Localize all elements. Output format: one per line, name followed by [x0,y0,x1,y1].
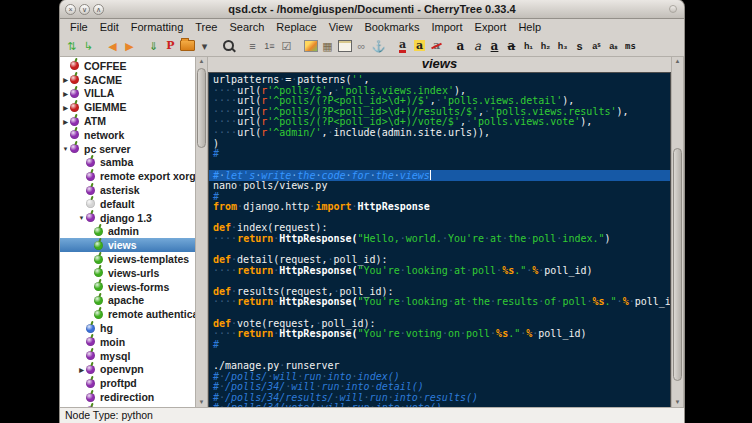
bulleted-list-icon[interactable]: ≡ [244,37,261,55]
menu-file[interactable]: File [64,19,94,35]
tree-node-mysql[interactable]: mysql [60,349,195,363]
find-icon[interactable] [220,37,237,55]
tree-node-redirection[interactable]: redirection [60,390,195,404]
menu-tree[interactable]: Tree [189,19,223,35]
h2-icon[interactable]: h₂ [537,37,554,55]
tree-node-apache[interactable]: apache [60,294,195,308]
scroll-down-icon[interactable]: ▼ [672,398,683,407]
editor-scrollbar[interactable]: ▲ ▼ [671,57,684,407]
menu-bookmarks[interactable]: Bookmarks [358,19,425,35]
new-node-icon[interactable]: ⇅ [63,37,80,55]
tree-node-default[interactable]: default [60,197,195,211]
titlebar[interactable]: ×∨∧ qsd.ctx - /home/giuspen/Documenti - … [60,0,684,19]
open-recent-dropdown-icon[interactable]: ▾ [196,37,213,55]
italic-icon[interactable]: a [469,37,486,55]
menu-help[interactable]: Help [512,19,547,35]
shade-button[interactable]: ∨ [79,4,90,15]
tree-node-pc-server[interactable]: ▼pc server [60,142,195,156]
menu-formatting[interactable]: Formatting [125,19,190,35]
tree-scrollbar-thumb[interactable] [197,68,206,148]
h3-icon[interactable]: h₃ [554,37,571,55]
close-button[interactable]: × [65,4,76,15]
menu-search[interactable]: Search [224,19,271,35]
tree-node-moin[interactable]: moin [60,335,195,349]
cherry-purple-icon [86,379,95,388]
editor-scrollbar-thumb[interactable] [673,148,682,381]
expander-icon[interactable]: ▶ [61,90,70,97]
expander-icon[interactable]: ▶ [61,76,70,83]
expander-icon[interactable]: ▼ [61,146,70,152]
tree-node-hg[interactable]: hg [60,321,195,335]
code-line: # [213,149,670,160]
text-color-foreground-icon[interactable]: a [394,37,411,55]
insert-anchor-icon[interactable]: ⚓ [370,37,387,55]
code-editor[interactable]: urlpatterns·=·patterns('',····url(r'^pol… [208,72,671,407]
menu-import[interactable]: Import [425,19,468,35]
expander-icon[interactable]: ▶ [77,366,86,373]
expander-icon[interactable]: ▶ [61,118,70,125]
h1-icon[interactable]: h₁ [520,37,537,55]
insert-codebox-icon[interactable] [336,37,353,55]
tree-node-villa[interactable]: ▶VILLA [60,87,195,101]
tree-node-views-forms[interactable]: views-forms [60,280,195,294]
tree-node-asterisk[interactable]: asterisk [60,183,195,197]
tree-node-giemme[interactable]: ▶GIEMME [60,100,195,114]
export-pdf-icon[interactable]: P [162,37,179,55]
insert-table-icon[interactable]: ▦ [319,37,336,55]
menu-edit[interactable]: Edit [94,19,125,35]
cherry-green-icon [94,282,103,291]
tree-node-label: ATM [84,115,106,127]
tree-node-atm[interactable]: ▶ATM [60,114,195,128]
tree-node-openvpn[interactable]: ▶openvpn [60,363,195,377]
go-back-icon[interactable]: ◀ [104,37,121,55]
tree-node-sacme[interactable]: ▶SACME [60,73,195,87]
scroll-up-icon[interactable]: ▲ [672,57,683,66]
tree-node-django-1.3[interactable]: ▼django 1.3 [60,211,195,225]
insert-image-icon[interactable] [302,37,319,55]
tree-node-views[interactable]: views [60,238,195,252]
insert-link-icon[interactable]: ∞ [353,37,370,55]
tree-node-label: admin [108,225,139,237]
tree-node-views-templates[interactable]: views-templates [60,252,195,266]
tree-node-label: proftpd [100,377,137,389]
tree-scrollbar[interactable]: ▲ ▼ [195,57,208,407]
bold-icon[interactable]: a [452,37,469,55]
go-forward-icon[interactable]: ▶ [121,37,138,55]
cherry-red-icon [70,61,79,70]
text-color-background-icon[interactable]: a [411,37,428,55]
strikethrough-icon[interactable]: a [503,37,520,55]
underline-icon[interactable]: a [486,37,503,55]
scroll-up-icon[interactable]: ▲ [196,57,207,66]
tree-node-coffee[interactable]: COFFEE [60,59,195,73]
monospace-icon[interactable]: ms [622,37,639,55]
expander-icon[interactable]: ▶ [61,104,70,111]
superscript-icon[interactable]: aˢ [588,37,605,55]
tree-node-label: moin [100,336,125,348]
tree-node-samba[interactable]: samba [60,156,195,170]
menu-export[interactable]: Export [469,19,513,35]
tree-node-admin[interactable]: admin [60,225,195,239]
todo-list-icon[interactable]: ☑ [278,37,295,55]
tree-node-remote-authentication[interactable]: remote authentication [60,307,195,321]
unshade-button[interactable]: ∧ [93,4,104,15]
tree-node-remote-export-xorg[interactable]: remote export xorg [60,169,195,183]
tree-node-network[interactable]: network [60,128,195,142]
toolbar: ⇅↳◀▶⇓P▾≡1≡☑▦∞⚓aaaaaaah₁h₂h₃saˢaₛms [60,35,684,57]
cherry-purple-icon [86,158,95,167]
tree-node-views-urls[interactable]: views-urls [60,266,195,280]
new-subnode-icon[interactable]: ↳ [80,37,97,55]
numbered-list-icon[interactable]: 1≡ [261,37,278,55]
window-menu-button[interactable] [669,5,677,13]
node-title-header: views [208,57,671,72]
scroll-down-icon[interactable]: ▼ [196,398,207,407]
expander-icon[interactable]: ▼ [77,215,86,221]
tree-node-label: views [108,239,137,251]
small-icon[interactable]: s [571,37,588,55]
tree-node-proftpd[interactable]: proftpd [60,376,195,390]
save-icon[interactable]: ⇓ [145,37,162,55]
subscript-icon[interactable]: aₛ [605,37,622,55]
open-file-icon[interactable] [179,37,196,55]
menu-view[interactable]: View [323,19,359,35]
clear-formatting-icon[interactable]: a [428,37,445,55]
menu-replace[interactable]: Replace [270,19,322,35]
